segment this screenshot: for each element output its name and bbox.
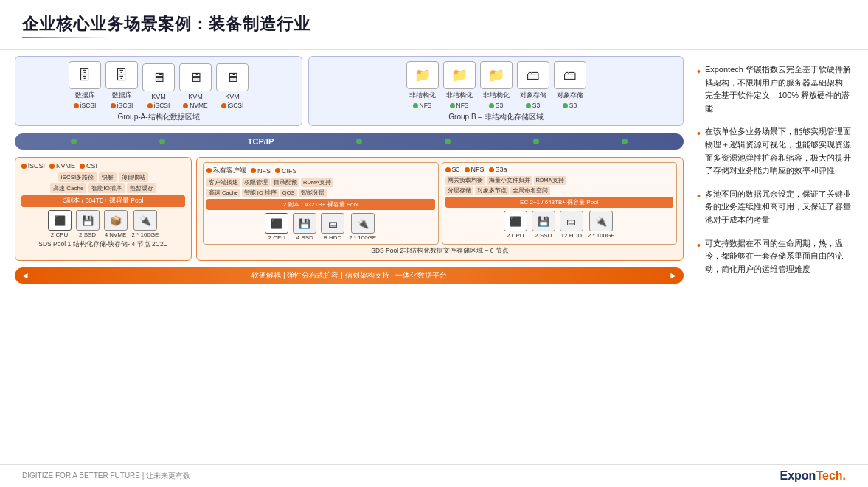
db2-label: 数据库 (112, 91, 132, 100)
sub2-func-lb: 网关负载均衡 (445, 176, 485, 185)
sub1-func-cache: 高速 Cache (206, 189, 240, 197)
bullet-1: Expontech 华碳指数云完全基于软硬件解耦架构，不限制用户的服务器基础架构… (697, 63, 855, 115)
obj1-label: 对象存储 (520, 91, 546, 100)
kvm1-dot (147, 103, 153, 108)
ns1-dot (413, 103, 418, 108)
pool1-cpu-label: 2 CPU (51, 231, 69, 238)
kvm2-label: KVM (188, 93, 203, 100)
pool1-func-io: 智能IO插序 (88, 183, 124, 193)
sub1-proto-nfs: NFS (251, 167, 271, 175)
pool1-func-resolve: 快解 (99, 172, 117, 182)
sub1-cpu: ⬛ 2 CPU (265, 213, 288, 241)
tcpip-dot-5 (533, 139, 539, 144)
kvm2-dot (183, 103, 188, 108)
pool1-nvme-icon: 📦 (104, 210, 128, 231)
sub2-proto-s3a: S3a (489, 166, 507, 173)
sub1-proto-cifs: CIFS (275, 167, 297, 175)
tcpip-bar: TCP/IP (15, 133, 684, 150)
pool1-dot-2 (49, 164, 55, 169)
pool1-net-label: 2 * 100GE (132, 231, 159, 238)
db2-protocol: iSCSI (111, 102, 133, 109)
obj1-protocol: S3 (526, 102, 540, 109)
kvm3-dot (221, 103, 226, 108)
pool1-net-icon: 🔌 (133, 210, 157, 231)
tcpip-label: TCP/IP (248, 137, 274, 146)
sub2-func-small: 海量小文件归并 (487, 176, 532, 185)
db2-icon: 🗄 (105, 61, 138, 89)
db2-dot (111, 103, 116, 108)
sub1-cpu-label: 2 CPU (268, 234, 286, 241)
ns1-icon: 📁 (406, 61, 439, 89)
sub1-ssd-label: 4 SSD (296, 234, 313, 241)
sub-group-s3: S3 NFS S3a 网关负载均衡 (442, 162, 678, 245)
content-area: 🗄 数据库 iSCSI 🗄 数据库 iSCSI (0, 50, 868, 464)
sub1-func-tier: 智能分层 (299, 189, 327, 197)
pool1-nvme-label: 4 NVME (105, 231, 127, 238)
sub1-protocols: 私有客户端 NFS CIFS (206, 166, 435, 175)
icon-item-kvm3: 🖥 KVM iSCSI (216, 63, 249, 109)
sub2-func-rdma: RDMA支持 (534, 176, 566, 185)
page-title: 企业核心业务场景案例：装备制造行业 (22, 13, 846, 35)
bullet-4: 可支持数据在不同的生命周期，热，温，冷，都能够在一套存储系里面自由的流动，简化用… (697, 237, 855, 276)
sub1-hdd-label: 8 HDD (324, 234, 341, 241)
pool1-func-row2: 高速 Cache 智能IO插序 热暂缓存 (21, 183, 185, 193)
kvm1-icon: 🖥 (142, 63, 175, 91)
kvm2-icon: 🖥 (179, 63, 212, 91)
pool1-nvme: 📦 4 NVME (104, 210, 128, 238)
sub1-capacity: 2 副本 / 432TB+ 裸容量 Pool (206, 199, 435, 210)
icon-item-obj1: 🗃 对象存储 S3 (517, 61, 549, 109)
pool1-dot-3 (80, 164, 85, 169)
ns3-protocol: S3 (489, 102, 503, 109)
icon-item-kvm2: 🖥 KVM NVME (179, 63, 212, 109)
kvm3-icon: 🖥 (216, 63, 249, 91)
tcpip-dot-4 (445, 139, 451, 144)
icon-item-db1: 🗄 数据库 iSCSI (69, 61, 101, 109)
tcpip-dots: TCP/IP (15, 137, 684, 146)
sub2-hdd-label: 12 HDD (561, 232, 582, 239)
sub2-ssd: 💾 2 SSD (532, 211, 555, 239)
tcpip-dot-2 (159, 139, 165, 144)
kvm2-protocol: NVME (183, 102, 208, 109)
sub2-hdd-icon: 🖴 (560, 211, 583, 231)
pool1-ssd-icon: 💾 (76, 210, 100, 231)
sub2-func-multi: 对象多节点 (475, 186, 509, 195)
right-panel: Expontech 华碳指数云完全基于软硬件解耦架构，不限制用户的服务器基础架构… (691, 56, 861, 461)
pool1-protocols: iSCSI NVME CSI (21, 162, 185, 169)
sub2-ssd-icon: 💾 (532, 211, 555, 231)
bottom-section: iSCSI NVME CSI iSCSI多路径 快解 薄目收站 (15, 157, 684, 261)
pool1-func-recycle: 薄目收站 (119, 172, 148, 182)
sub2-net-label: 2 * 100GE (588, 232, 615, 239)
ns1-protocol: NFS (413, 102, 432, 109)
pool1-proto-nvme: NVME (49, 162, 75, 169)
sub1-ssd-icon: 💾 (293, 213, 316, 234)
sub2-proto-nfs: NFS (465, 166, 485, 173)
db1-protocol: iSCSI (74, 102, 97, 109)
obj2-protocol: S3 (563, 102, 577, 109)
sub1-hdd: 🖴 8 HDD (321, 213, 344, 241)
pool1-ssd-label: 2 SSD (79, 231, 96, 238)
icon-item-db2: 🗄 数据库 iSCSI (105, 61, 138, 109)
pool1-func-cache: 高速 Cache (50, 183, 86, 193)
sds-pool-1: iSCSI NVME CSI iSCSI多路径 快解 薄目收站 (15, 157, 192, 261)
group-a-icons-row: 🗄 数据库 iSCSI 🗄 数据库 iSCSI (21, 61, 296, 109)
icon-item-ns2: 📁 非结构化 NFS (443, 61, 476, 109)
sub1-dot-2 (251, 168, 256, 173)
sub1-func-io: 智能 IO 排序 (242, 189, 279, 197)
icon-item-kvm1: 🖥 KVM iSCSI (142, 63, 175, 109)
sub-group-nfs: 私有客户端 NFS CIFS 客户端按速 (203, 162, 439, 245)
bullet-3: 多池不同的数据冗余设定，保证了关键业务的业务连续性和高可用，又保证了容量池对于成… (697, 188, 855, 227)
header-divider (22, 37, 111, 38)
pool1-func-hot: 热暂缓存 (127, 183, 156, 193)
kvm1-protocol: iSCSI (147, 102, 170, 109)
db1-icon: 🗄 (69, 61, 101, 89)
sub1-hw-row: ⬛ 2 CPU 💾 4 SSD 🖴 8 HDD (206, 213, 435, 241)
sub1-func-perm: 权限管理 (242, 178, 270, 187)
sub2-ssd-label: 2 SSD (535, 232, 552, 239)
sub2-proto-s3: S3 (445, 166, 460, 173)
sub2-capacity: EC 2+1 / 648TB+ 裸容量 Pool (445, 197, 674, 208)
ns3-icon: 📁 (480, 61, 513, 89)
group-b-icons-row: 📁 非结构化 NFS 📁 非结构化 NFS (315, 61, 677, 109)
pool1-cpu-icon: ⬛ (48, 210, 72, 231)
sub1-hdd-icon: 🖴 (321, 213, 344, 234)
obj2-label: 对象存储 (557, 91, 583, 100)
